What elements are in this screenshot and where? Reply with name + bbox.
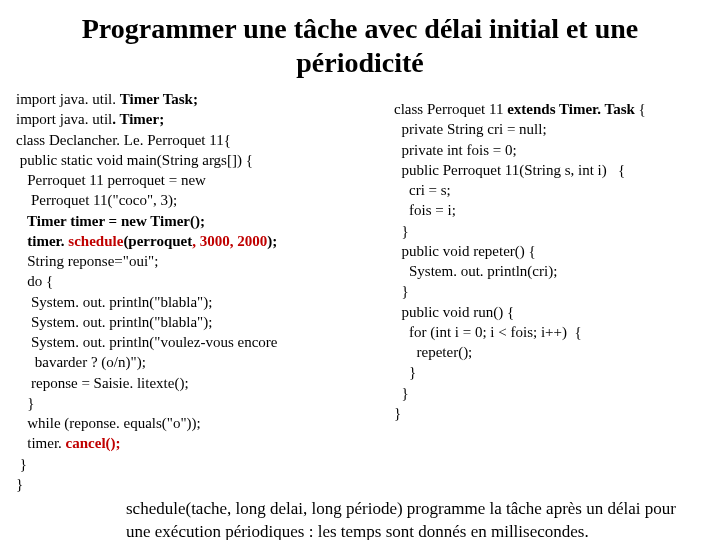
line-bold: timer. (16, 233, 68, 249)
slide: Programmer une tâche avec délai initial … (0, 0, 720, 540)
line-bold: Timer Task; (120, 91, 198, 107)
line: while (reponse. equals("o")); (16, 415, 201, 431)
line: System. out. println(cri); (394, 263, 557, 279)
line: fois = i; (394, 202, 456, 218)
line-bold: . Timer; (112, 111, 164, 127)
code-columns: import java. util. Timer Task; import ja… (16, 89, 704, 494)
line: } (16, 395, 34, 411)
line: public void run() { (394, 304, 514, 320)
line: } (16, 456, 27, 472)
line: public void repeter() { (394, 243, 536, 259)
line: reponse = Saisie. litexte(); (16, 375, 189, 391)
code-left: import java. util. Timer Task; import ja… (16, 89, 386, 494)
line: class Perroquet 11 (394, 101, 507, 117)
line: System. out. println("blabla"); (16, 294, 212, 310)
line: } (394, 385, 409, 401)
line: } (16, 476, 23, 492)
slide-title: Programmer une tâche avec délai initial … (16, 12, 704, 79)
line: private int fois = 0; (394, 142, 517, 158)
line: Perroquet 11("coco", 3); (16, 192, 177, 208)
line: String reponse="oui"; (16, 253, 158, 269)
line: import java. util. (16, 91, 120, 107)
line: { (635, 101, 646, 117)
line: class Declancher. Le. Perroquet 11{ (16, 132, 231, 148)
line: } (394, 364, 416, 380)
line: import java. util (16, 111, 112, 127)
line: Perroquet 11 perroquet = new (16, 172, 206, 188)
line-red: , 3000, 2000 (192, 233, 267, 249)
line-bold: Timer timer = new Timer(); (16, 213, 205, 229)
line: public Perroquet 11(String s, int i) { (394, 162, 625, 178)
line-bold: extends Timer. Task (507, 101, 635, 117)
footnote: schedule(tache, long delai, long période… (16, 498, 704, 540)
line: System. out. println("voulez-vous encore (16, 334, 278, 350)
line-red: cancel(); (66, 435, 121, 451)
line-bold: (perroquet (123, 233, 192, 249)
line: for (int i = 0; i < fois; i++) { (394, 324, 582, 340)
line: cri = s; (394, 182, 451, 198)
line: bavarder ? (o/n)"); (16, 354, 146, 370)
line: } (394, 283, 409, 299)
line: System. out. println("blabla"); (16, 314, 212, 330)
line: do { (16, 273, 53, 289)
line: public static void main(String args[]) { (16, 152, 253, 168)
line: private String cri = null; (394, 121, 547, 137)
line: } (394, 223, 409, 239)
line: timer. (16, 435, 66, 451)
line-bold: ); (267, 233, 277, 249)
line-red: schedule (68, 233, 123, 249)
code-right: class Perroquet 11 extends Timer. Task {… (394, 89, 704, 494)
line: } (394, 405, 401, 421)
line: repeter(); (394, 344, 472, 360)
